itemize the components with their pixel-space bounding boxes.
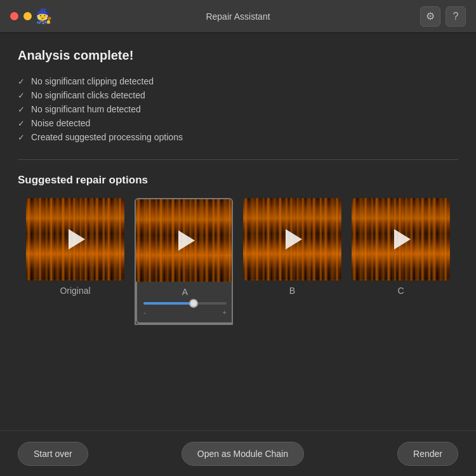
slider-track[interactable] (143, 302, 227, 305)
check-icon: ✓ (18, 133, 25, 142)
thumbnail-b[interactable] (243, 198, 341, 281)
main-content: Analysis complete! ✓ No significant clip… (0, 33, 476, 338)
slider-plus: + (223, 308, 227, 316)
play-icon (69, 229, 85, 249)
option-label-original: Original (60, 286, 90, 296)
list-item: ✓ Noise detected (18, 116, 458, 130)
check-list: ✓ No significant clipping detected ✓ No … (18, 74, 458, 144)
thumbnail-a[interactable]: A - + (135, 198, 233, 325)
thumbnail-c[interactable] (352, 198, 450, 281)
check-icon: ✓ (18, 91, 25, 100)
list-item: ✓ No significant clicks detected (18, 88, 458, 102)
option-card-b[interactable]: B (243, 198, 341, 296)
analysis-heading: Analysis complete! (18, 48, 458, 63)
list-item: ✓ No significant hum detected (18, 102, 458, 116)
wizard-icon: 🧙 (35, 8, 52, 25)
title-bar: 🧙 Repair Assistant ⚙ ? (0, 0, 476, 33)
settings-button[interactable]: ⚙ (420, 6, 440, 27)
spectrogram-b (243, 198, 341, 281)
option-label-a: A (143, 287, 227, 297)
check-item-label: Created suggested processing options (31, 132, 183, 142)
check-item-label: No significant clicks detected (31, 90, 145, 100)
play-icon (178, 230, 195, 251)
spectrogram-original (26, 198, 124, 281)
open-module-chain-button[interactable]: Open as Module Chain (182, 442, 304, 466)
check-item-label: No significant hum detected (31, 104, 141, 114)
repair-options: Original A (18, 198, 458, 325)
play-icon (286, 229, 302, 249)
option-label-c: C (397, 286, 404, 296)
list-item: ✓ No significant clipping detected (18, 74, 458, 88)
option-card-c[interactable]: C (352, 198, 450, 296)
play-icon (394, 229, 411, 249)
check-item-label: Noise detected (31, 118, 90, 128)
option-label-b: B (289, 286, 295, 296)
minimize-button[interactable] (23, 12, 32, 20)
window-title: Repair Assistant (206, 11, 270, 22)
slider-fill (143, 302, 194, 305)
check-icon: ✓ (18, 105, 25, 114)
play-overlay[interactable] (62, 225, 89, 253)
check-item-label: No significant clipping detected (31, 76, 154, 86)
check-icon: ✓ (18, 77, 25, 86)
title-bar-actions: ⚙ ? (420, 6, 466, 27)
repair-section-heading: Suggested repair options (18, 174, 458, 187)
option-card-original[interactable]: Original (26, 198, 124, 296)
render-button[interactable]: Render (397, 442, 458, 466)
help-button[interactable]: ? (446, 6, 466, 27)
thumbnail-original[interactable] (26, 198, 124, 281)
list-item: ✓ Created suggested processing options (18, 130, 458, 144)
play-overlay[interactable] (279, 225, 307, 253)
play-overlay[interactable] (171, 227, 199, 255)
slider-labels: - + (143, 308, 227, 316)
spectrogram-c (352, 198, 450, 281)
selected-controls: A - + (136, 282, 233, 324)
divider (18, 159, 458, 160)
start-over-button[interactable]: Start over (18, 442, 88, 466)
close-button[interactable] (10, 12, 18, 20)
slider-thumb[interactable] (189, 299, 198, 308)
bottom-bar: Start over Open as Module Chain Render (0, 430, 476, 476)
spectrogram-a (136, 199, 233, 282)
check-icon: ✓ (18, 119, 25, 128)
slider-row[interactable] (143, 302, 227, 305)
slider-minus: - (143, 308, 146, 316)
play-overlay[interactable] (387, 225, 415, 253)
option-card-a[interactable]: A - + (135, 198, 233, 325)
